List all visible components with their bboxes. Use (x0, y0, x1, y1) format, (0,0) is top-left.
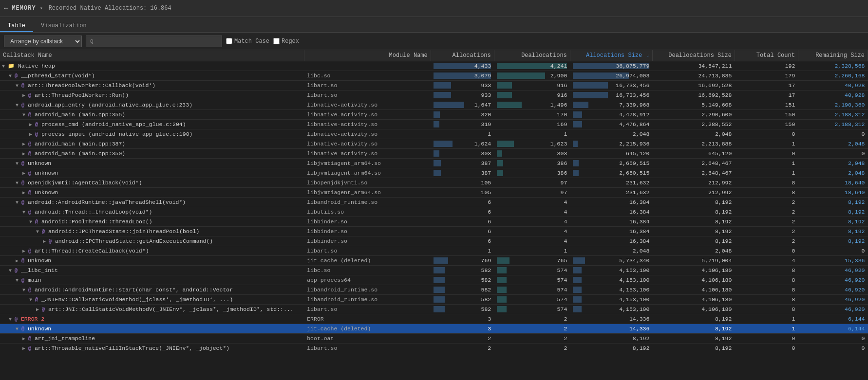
search-input[interactable] (95, 38, 218, 45)
tree-toggle[interactable]: ▼ (16, 200, 21, 205)
table-row[interactable]: ▼@ unknownlibjvmtiagent_arm64.so3873862,… (0, 159, 868, 168)
cell-name: ▼@ __libc_init (0, 266, 304, 275)
cell-name: ▶@ unknown (0, 256, 304, 266)
cell-module: libbinder.so (304, 217, 431, 227)
table-row[interactable]: ▶@ unknownjit-cache (deleted)7697655,734… (0, 256, 868, 266)
tree-toggle[interactable]: ▶ (22, 345, 28, 351)
table-row[interactable]: ▶@ android_main (main.cpp:387)libnative-… (0, 139, 868, 149)
tree-toggle[interactable]: ▼ (9, 317, 15, 322)
cell-dealloc: 4 (494, 198, 570, 207)
tree-toggle[interactable]: ▼ (9, 73, 15, 79)
tree-toggle[interactable]: ▶ (29, 122, 35, 127)
table-row[interactable]: ▶@ art_jni_trampolineboot.oat228,1928,19… (0, 334, 868, 344)
cell-alloc: 3 (431, 324, 494, 334)
col-header-alloc[interactable]: Allocations (431, 50, 494, 61)
cell-dealloc: 4 (494, 227, 570, 236)
tree-toggle[interactable]: ▼ (16, 161, 21, 166)
cell-alloc: 319 (431, 120, 494, 129)
table-row[interactable]: ▼@ android::AndroidRuntime::javaThreadSh… (0, 198, 868, 207)
cell-dealloc-size: 2,648,467 (652, 168, 735, 178)
tree-toggle[interactable]: ▼ (22, 112, 28, 118)
table-row[interactable]: ▼@ art::ThreadPoolWorker::Callback(void*… (0, 81, 868, 90)
cell-alloc: 769 (431, 256, 494, 266)
arrange-select[interactable]: Arrange by callstack (4, 36, 82, 47)
memory-dropdown[interactable]: ▾ (40, 5, 43, 11)
table-row[interactable]: ▼@ __libc_initlibc.so5825744,153,1004,10… (0, 266, 868, 275)
cell-alloc: 303 (431, 149, 494, 159)
table-row[interactable]: ▼@ android_app_entry (android_native_app… (0, 100, 868, 110)
table-row[interactable]: ▶@ process_cmd (android_native_app_glue.… (0, 120, 868, 129)
tree-toggle[interactable]: ▼ (2, 64, 8, 69)
tree-toggle[interactable]: ▶ (22, 248, 28, 254)
table-row[interactable]: ▶@ art::Thread::CreateCallback(void*)lib… (0, 246, 868, 256)
table-row[interactable]: ▼📁 Native heap4,4334,24136,875,77934,547… (0, 61, 868, 71)
tree-toggle[interactable]: ▼ (22, 288, 28, 293)
table-row[interactable]: ▶@ unknownlibjvmtiagent_arm64.so10597231… (0, 188, 868, 198)
col-header-remaining[interactable]: Remaining Size (798, 50, 868, 61)
tab-table[interactable]: Table (0, 20, 33, 32)
cell-remaining: 0 (798, 149, 868, 159)
col-header-total[interactable]: Total Count (735, 50, 798, 61)
tree-toggle[interactable]: ▶ (22, 151, 28, 157)
tree-toggle[interactable]: ▶ (36, 307, 42, 312)
table-row[interactable]: ▼@ openjdkjvmti::AgentCallback(void*)lib… (0, 178, 868, 188)
tree-toggle[interactable]: ▶ (22, 190, 28, 196)
col-header-module[interactable]: Module Name (304, 50, 431, 61)
cell-remaining: 6,144 (798, 314, 868, 324)
table-row[interactable]: ▼@ android_main (main.cpp:355)libnative-… (0, 110, 868, 120)
cell-alloc-size: 4,478,912 (570, 110, 652, 120)
tree-toggle[interactable]: ▶ (22, 141, 28, 147)
col-header-dealloc[interactable]: Deallocations (494, 50, 570, 61)
tree-toggle[interactable]: ▼ (16, 326, 21, 332)
cell-name: ▼@ android::Thread::_threadLoop(void*) (0, 207, 304, 217)
table-row[interactable]: ▼@ unknownjit-cache (deleted)3214,3368,1… (0, 324, 868, 334)
col-header-name[interactable]: Callstack Name (0, 50, 304, 61)
tree-toggle[interactable]: ▼ (29, 219, 35, 225)
col-header-alloc-size[interactable]: Allocations Size ↓ (570, 50, 652, 61)
table-row[interactable]: ▼@ android::Thread::_threadLoop(void*)li… (0, 207, 868, 217)
tree-toggle[interactable]: ▶ (22, 170, 28, 176)
match-case-checkbox[interactable] (226, 38, 232, 44)
back-button[interactable]: ← (4, 4, 8, 12)
tree-toggle[interactable]: ▼ (16, 83, 21, 89)
cell-alloc-size: 16,384 (570, 227, 652, 236)
recorded-text: Recorded Native Allocations: 16.864 (49, 5, 171, 12)
tree-toggle[interactable]: ▶ (16, 258, 21, 264)
table-row[interactable]: ▼@ ERROR 2ERROR3214,3368,19216,144 (0, 314, 868, 324)
table-row[interactable]: ▼@ android::AndroidRuntime::start(char c… (0, 285, 868, 295)
cell-alloc: 6 (431, 207, 494, 217)
cell-alloc-size: 2,048 (570, 246, 652, 256)
cell-remaining: 2,328,568 (798, 61, 868, 71)
table-row[interactable]: ▼@ android::PoolThread::threadLoop()libb… (0, 217, 868, 227)
cell-dealloc-size: 8,192 (652, 198, 735, 207)
table-row[interactable]: ▶@ android::IPCThreadState::getAndExecut… (0, 236, 868, 246)
table-row[interactable]: ▼@ __pthread_start(void*)libc.so3,0792,9… (0, 71, 868, 81)
table-row[interactable]: ▼@ _JNIEnv::CallStaticVoidMethod(_jclass… (0, 295, 868, 305)
regex-checkbox[interactable] (273, 38, 280, 44)
tree-toggle[interactable]: ▼ (16, 103, 21, 108)
table-row[interactable]: ▶@ android_main (main.cpp:350)libnative-… (0, 149, 868, 159)
tab-visualization[interactable]: Visualization (33, 20, 94, 32)
cell-module: libjvmtiagent_arm64.so (304, 159, 431, 168)
table-row[interactable]: ▼@ mainapp_process645825744,153,1004,106… (0, 275, 868, 285)
tree-toggle[interactable]: ▶ (29, 131, 35, 137)
cell-alloc: 4,433 (431, 61, 494, 71)
table-row[interactable]: ▶@ art::JNI::CallStaticVoidMethodV(_JNIE… (0, 305, 868, 314)
table-row[interactable]: ▶@ process_input (android_native_app_glu… (0, 129, 868, 139)
tree-toggle[interactable]: ▶ (43, 238, 49, 244)
tree-toggle[interactable]: ▼ (36, 229, 42, 235)
tree-toggle[interactable]: ▼ (29, 297, 35, 303)
search-box: Q (86, 36, 222, 47)
col-header-dealloc-size[interactable]: Deallocations Size (652, 50, 735, 61)
table-row[interactable]: ▶@ art::ThreadPoolWorker::Run()libart.so… (0, 90, 868, 100)
table-row[interactable]: ▶@ unknownlibjvmtiagent_arm64.so3873862,… (0, 168, 868, 178)
table-row[interactable]: ▶@ art::Throwable_nativeFillInStackTrace… (0, 344, 868, 353)
tree-toggle[interactable]: ▼ (22, 210, 28, 215)
cell-module: libc.so (304, 71, 431, 81)
tree-toggle[interactable]: ▼ (9, 268, 15, 273)
tree-toggle[interactable]: ▼ (16, 181, 21, 186)
tree-toggle[interactable]: ▶ (22, 92, 28, 98)
tree-toggle[interactable]: ▼ (16, 278, 21, 283)
tree-toggle[interactable]: ▶ (22, 336, 28, 342)
table-row[interactable]: ▼@ android::IPCThreadState::joinThreadPo… (0, 227, 868, 236)
